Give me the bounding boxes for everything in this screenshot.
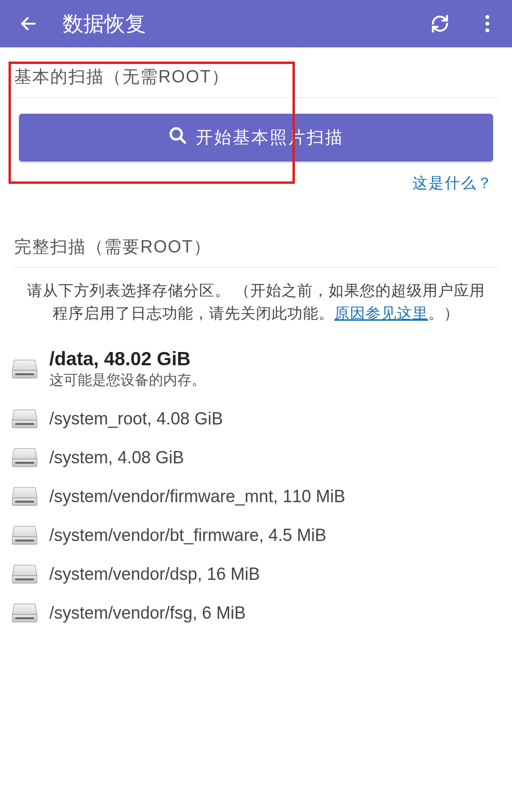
partition-title: /system/vendor/bt_firmware, 4.5 MiB [49, 525, 501, 545]
svg-point-2 [485, 22, 489, 26]
svg-point-1 [485, 15, 489, 19]
overflow-menu-icon[interactable] [477, 13, 498, 34]
partition-item[interactable]: /system/vendor/fsg, 6 MiB [0, 594, 512, 632]
back-arrow-icon[interactable] [18, 13, 39, 34]
partition-item[interactable]: /system, 4.08 GiB [0, 438, 512, 477]
appbar: 数据恢复 [0, 0, 512, 47]
scan-button-label: 开始基本照片扫描 [196, 126, 344, 149]
partition-title: /data, 48.02 GiB [49, 348, 501, 370]
content-area: 基本的扫描（无需ROOT） 开始基本照片扫描 这是什么？ 完整扫描（需要ROOT… [0, 47, 512, 632]
svg-line-5 [180, 138, 185, 143]
svg-rect-19 [15, 617, 34, 619]
svg-rect-17 [15, 578, 34, 580]
partition-subtitle: 这可能是您设备的内存。 [49, 370, 501, 390]
svg-rect-13 [15, 501, 34, 503]
drive-icon [11, 409, 38, 429]
drive-icon [11, 603, 38, 623]
partition-list: /data, 48.02 GiB这可能是您设备的内存。 /system_root… [0, 325, 512, 632]
svg-rect-7 [15, 373, 34, 375]
full-scan-title: 完整扫描（需要ROOT） [14, 217, 498, 268]
drive-icon [11, 448, 38, 468]
search-icon [168, 126, 187, 149]
partition-title: /system/vendor/firmware_mnt, 110 MiB [49, 487, 501, 506]
drive-icon [11, 359, 38, 379]
partition-item[interactable]: /data, 48.02 GiB这可能是您设备的内存。 [0, 339, 512, 399]
partition-text: /data, 48.02 GiB这可能是您设备的内存。 [49, 348, 501, 390]
partition-title: /system/vendor/dsp, 16 MiB [49, 564, 501, 584]
partition-item[interactable]: /system/vendor/bt_firmware, 4.5 MiB [0, 516, 512, 555]
partition-text: /system/vendor/fsg, 6 MiB [49, 603, 501, 623]
partition-text: /system, 4.08 GiB [49, 448, 501, 468]
instruction-text: 请从下方列表选择存储分区。 （开始之前，如果您的超级用户应用程序启用了日志功能，… [14, 268, 498, 325]
basic-scan-title: 基本的扫描（无需ROOT） [14, 47, 498, 98]
svg-rect-9 [15, 423, 34, 425]
partition-text: /system_root, 4.08 GiB [49, 409, 501, 429]
drive-icon [11, 525, 38, 545]
full-scan-section: 完整扫描（需要ROOT） 请从下方列表选择存储分区。 （开始之前，如果您的超级用… [0, 217, 512, 325]
partition-title: /system/vendor/fsg, 6 MiB [49, 603, 501, 623]
partition-title: /system_root, 4.08 GiB [49, 409, 501, 429]
partition-item[interactable]: /system/vendor/firmware_mnt, 110 MiB [0, 477, 512, 516]
refresh-icon[interactable] [430, 13, 450, 34]
svg-rect-15 [15, 540, 34, 541]
partition-title: /system, 4.08 GiB [49, 448, 501, 468]
start-basic-scan-button[interactable]: 开始基本照片扫描 [19, 114, 493, 162]
partition-text: /system/vendor/firmware_mnt, 110 MiB [49, 487, 501, 506]
svg-point-3 [485, 28, 489, 32]
basic-scan-section: 基本的扫描（无需ROOT） 开始基本照片扫描 这是什么？ [0, 47, 512, 194]
drive-icon [11, 564, 38, 584]
svg-rect-11 [15, 462, 34, 464]
partition-text: /system/vendor/bt_firmware, 4.5 MiB [49, 525, 501, 545]
reason-link[interactable]: 原因参见这里 [334, 305, 428, 322]
what-is-this-link[interactable]: 这是什么？ [14, 162, 498, 194]
appbar-actions [430, 13, 498, 34]
page-title: 数据恢复 [63, 10, 430, 38]
partition-item[interactable]: /system/vendor/dsp, 16 MiB [0, 555, 512, 594]
drive-icon [11, 487, 38, 506]
partition-item[interactable]: /system_root, 4.08 GiB [0, 399, 512, 438]
partition-text: /system/vendor/dsp, 16 MiB [49, 564, 501, 584]
